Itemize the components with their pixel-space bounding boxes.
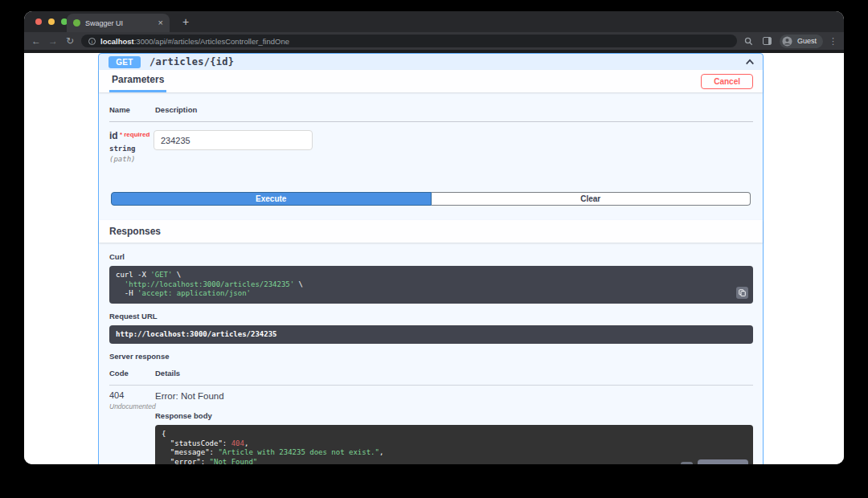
column-code-label: Code (109, 369, 155, 378)
desktop-background: Swagger UI × + ← → ↻ i localhost:3000/ap… (0, 0, 868, 498)
back-icon[interactable]: ← (31, 36, 42, 46)
response-body-block: { "statusCode": 404, "message": "Article… (155, 425, 753, 464)
cancel-button[interactable]: Cancel (701, 74, 753, 89)
response-code-cell: 404 Undocumented (109, 390, 155, 464)
swagger-page: GET /articles/{id} Parameters Cancel Nam… (24, 53, 844, 464)
url-text: localhost:3000/api/#/articles/ArticlesCo… (100, 37, 289, 46)
responses-section-header: Responses (99, 220, 763, 243)
browser-window: Swagger UI × + ← → ↻ i localhost:3000/ap… (24, 11, 844, 464)
opblock-summary[interactable]: GET /articles/{id} (99, 54, 763, 70)
parameters-body: Name Description id * required string (p… (99, 92, 763, 220)
curl-block: curl -X 'GET' \ 'http://localhost:3000/a… (109, 266, 753, 304)
responses-body: Curl curl -X 'GET' \ 'http://localhost:3… (99, 243, 763, 464)
curl-command: curl -X 'GET' \ 'http://localhost:3000/a… (116, 271, 747, 299)
undocumented-label: Undocumented (109, 402, 155, 410)
parameter-location: (path) (109, 155, 154, 163)
copy-curl-icon[interactable] (736, 287, 748, 299)
download-button[interactable]: Download (698, 459, 748, 465)
server-response-table-header: Code Details (109, 369, 753, 378)
avatar-icon (781, 35, 794, 47)
traffic-lights (35, 18, 68, 25)
search-icon[interactable] (743, 35, 755, 47)
status-code: 404 (109, 390, 155, 400)
execute-button[interactable]: Execute (111, 192, 432, 206)
request-url-label: Request URL (109, 312, 753, 320)
new-tab-button[interactable]: + (178, 15, 193, 30)
copy-response-icon[interactable] (681, 462, 693, 465)
column-name-label: Name (109, 105, 155, 114)
clear-button[interactable]: Clear (432, 192, 751, 206)
parameters-table-header: Name Description (109, 105, 753, 122)
id-input[interactable] (154, 130, 313, 150)
close-window-button[interactable] (35, 18, 42, 25)
responses-title: Responses (109, 226, 161, 237)
opblock-get-articles-id: GET /articles/{id} Parameters Cancel Nam… (98, 53, 764, 464)
execute-wrapper: Execute Clear (111, 192, 751, 206)
response-body-json: { "statusCode": 404, "message": "Article… (162, 430, 747, 464)
parameters-section-header: Parameters Cancel (99, 70, 763, 92)
server-response-row: 404 Undocumented Error: Not Found Respon… (109, 385, 753, 464)
method-badge: GET (108, 56, 141, 68)
response-body-actions: Download (681, 459, 748, 465)
address-bar[interactable]: i localhost:3000/api/#/articles/Articles… (81, 35, 737, 47)
server-response-label: Server response (109, 352, 753, 361)
browser-menu-icon[interactable]: ⋮ (829, 37, 837, 45)
response-body-label: Response body (155, 411, 753, 420)
parameter-value-cell (154, 130, 313, 163)
request-url-value: http://localhost:3000/articles/234235 (116, 330, 747, 340)
column-description-label: Description (155, 105, 197, 114)
browser-tab-swagger-ui[interactable]: Swagger UI × (67, 14, 170, 32)
reload-icon[interactable]: ↻ (64, 36, 76, 46)
site-info-icon[interactable]: i (88, 38, 96, 45)
curl-label: Curl (109, 252, 753, 261)
profile-chip[interactable]: Guest (780, 35, 823, 48)
tab-title: Swagger UI (85, 19, 154, 27)
browser-toolbar: ← → ↻ i localhost:3000/api/#/articles/Ar… (24, 32, 844, 50)
response-details-cell: Error: Not Found Response body { "status… (155, 390, 753, 464)
parameter-name: id * required (109, 130, 154, 141)
profile-label: Guest (797, 37, 817, 45)
tab-strip: Swagger UI × + (24, 11, 844, 32)
parameter-row-id: id * required string (path) (109, 122, 753, 163)
tab-parameters[interactable]: Parameters (109, 70, 166, 92)
request-url-block: http://localhost:3000/articles/234235 (109, 325, 753, 345)
parameter-type: string (109, 145, 154, 153)
minimize-window-button[interactable] (48, 18, 55, 25)
tab-close-icon[interactable]: × (158, 19, 163, 27)
collapse-chevron-icon[interactable] (745, 55, 755, 69)
column-details-label: Details (155, 369, 180, 378)
error-text: Error: Not Found (155, 391, 753, 401)
endpoint-path: /articles/{id} (149, 56, 745, 67)
swagger-favicon-icon (73, 19, 80, 27)
side-panel-icon[interactable] (761, 35, 774, 47)
parameter-meta: id * required string (path) (109, 130, 154, 163)
forward-icon[interactable]: → (47, 36, 59, 46)
